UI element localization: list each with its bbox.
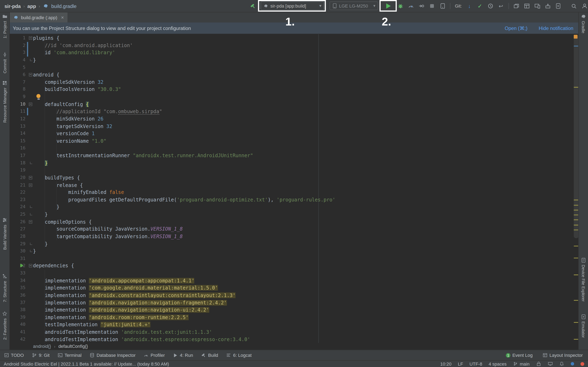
line-number[interactable]: 29 (9, 240, 26, 248)
code-line[interactable]: 8 buildToolsVersion "30.0.3" (9, 86, 573, 93)
toolwindow-button-logcat[interactable]: 6: Logcat (226, 352, 252, 358)
stripe-mark[interactable] (574, 46, 578, 47)
stripe-mark[interactable] (574, 200, 578, 200)
breadcrumb-file[interactable]: build.gradle (51, 3, 76, 9)
code-line[interactable]: 38 implementation 'androidx.navigation:n… (9, 307, 573, 314)
line-number[interactable]: 35 (9, 284, 26, 292)
line-separator[interactable]: LF (458, 361, 463, 367)
line-number[interactable]: 31 (9, 255, 26, 262)
code-line[interactable]: 3 id 'com.android.library' (9, 49, 573, 57)
fold-marker[interactable]: − (29, 176, 32, 179)
history-clock-icon[interactable] (487, 3, 493, 9)
code-line[interactable]: 22 minifyEnabled false (9, 189, 573, 196)
code-line[interactable]: 31 (9, 255, 573, 262)
line-number[interactable]: 6 (9, 71, 26, 78)
code-line[interactable]: 9 (9, 93, 573, 100)
changes-folders-icon[interactable] (513, 3, 519, 9)
stripe-mark[interactable] (574, 275, 578, 275)
fold-marker[interactable]: − (29, 36, 32, 40)
line-number[interactable]: 8 (9, 86, 26, 93)
rollback-icon[interactable]: ↩ (498, 3, 504, 9)
layout-inspector-icon[interactable] (524, 3, 530, 9)
tool-stripe-device-file-explorer[interactable]: Device File Explorer (579, 257, 588, 302)
code-line[interactable]: 37 implementation 'androidx.navigation:n… (9, 299, 573, 307)
code-line[interactable]: 32−dependencies { (9, 262, 573, 269)
line-number[interactable]: 20 (9, 174, 26, 182)
fold-marker[interactable] (30, 162, 32, 164)
line-number[interactable]: 40 (9, 321, 26, 328)
fold-marker[interactable]: − (29, 103, 32, 106)
toolwindow-button-terminal[interactable]: Terminal (57, 352, 81, 358)
tool-stripe-gradle[interactable]: Gradle (579, 13, 588, 33)
breadcrumb-defaultconfig[interactable]: defaultConfig{} (58, 344, 88, 349)
tool-stripe-project[interactable]: 1: Project (0, 13, 9, 38)
file-encoding[interactable]: UTF-8 (469, 361, 482, 367)
line-number[interactable]: 11 (9, 108, 26, 115)
line-number[interactable]: 12 (9, 115, 26, 123)
stripe-mark[interactable] (574, 205, 578, 206)
stripe-mark[interactable] (574, 246, 578, 247)
code-line[interactable]: 23 proguardFiles getDefaultProguardFile(… (9, 196, 573, 203)
status-indicator-blue[interactable] (571, 362, 574, 366)
stripe-mark[interactable] (574, 322, 578, 323)
toolwindow-button-run[interactable]: 4: Run (173, 352, 193, 358)
code-line[interactable]: 20− buildTypes { (9, 174, 573, 182)
line-number[interactable]: 13 (9, 123, 26, 130)
git-branch-widget[interactable]: main (513, 361, 530, 367)
fold-marker[interactable] (30, 206, 32, 208)
profiler-gauge-icon[interactable] (408, 3, 414, 9)
stripe-mark[interactable] (574, 87, 578, 88)
toolwindow-button-database-inspector[interactable]: Database Inspector (89, 352, 136, 358)
stripe-mark[interactable] (574, 210, 578, 211)
line-number[interactable]: 18 (9, 159, 26, 167)
lock-icon[interactable] (536, 361, 541, 367)
code-line[interactable]: 30} (9, 248, 573, 255)
line-number[interactable]: 15 (9, 137, 26, 145)
breadcrumb-project[interactable]: sir-pda (4, 3, 21, 9)
code-line[interactable]: 18 } (9, 159, 573, 167)
code-line[interactable]: 21− release { (9, 182, 573, 189)
device-manager-icon[interactable] (440, 3, 445, 9)
line-number[interactable]: 24 (9, 203, 26, 211)
close-icon[interactable]: × (61, 15, 64, 20)
code-line[interactable]: 11 //applicationId "com.ombuweb.sirpda" (9, 108, 573, 115)
code-line[interactable]: 16 (9, 145, 573, 152)
search-icon[interactable] (571, 3, 577, 9)
stop-icon[interactable] (429, 3, 435, 9)
code-line[interactable]: 35 implementation 'com.google.android.ma… (9, 284, 573, 292)
code-line[interactable]: 36 implementation 'androidx.constraintla… (9, 292, 573, 299)
line-number[interactable]: 5 (9, 64, 26, 71)
line-number[interactable]: 2 (9, 42, 26, 49)
fold-marker[interactable]: − (29, 73, 32, 76)
code-line[interactable]: 5 (9, 64, 573, 71)
layout-inspector-button[interactable]: Layout Inspector (542, 352, 583, 358)
run-button[interactable] (382, 2, 395, 10)
tool-stripe-structure[interactable]: 7: Structure (0, 273, 9, 302)
event-log-button[interactable]: 1 Event Log (506, 352, 532, 358)
code-line[interactable]: 7 compileSdkVersion 32 (9, 78, 573, 86)
tool-stripe-commit[interactable]: Commit (0, 52, 9, 73)
line-number[interactable]: 25 (9, 211, 26, 218)
code-line[interactable]: 15 versionName "1.0" (9, 137, 573, 145)
git-update-icon[interactable]: ↓ (466, 3, 472, 9)
status-message[interactable]: Android Studio Electric Eel | 2022.1.1 B… (4, 361, 169, 367)
code-line[interactable]: 10− defaultConfig { (9, 100, 573, 108)
fold-marker[interactable] (30, 242, 32, 245)
line-number[interactable]: 28 (9, 233, 26, 240)
fold-marker[interactable]: − (29, 220, 32, 224)
line-number[interactable]: 34 (9, 277, 26, 284)
line-number[interactable]: 14 (9, 130, 26, 137)
line-number[interactable]: 38 (9, 307, 26, 314)
line-number[interactable]: 9 (9, 93, 26, 100)
code-line[interactable]: 33 (9, 269, 573, 277)
open-project-structure-link[interactable]: Open (⌘;) (505, 25, 527, 31)
stripe-mark[interactable] (574, 225, 578, 225)
code-line[interactable]: 6−android { (9, 71, 573, 78)
line-number[interactable]: 16 (9, 145, 26, 152)
code-line[interactable]: 39 implementation 'androidx.room:room-ru… (9, 314, 573, 321)
caret-position[interactable]: 10:20 (440, 361, 451, 367)
line-number[interactable]: 39 (9, 314, 26, 321)
line-number[interactable]: 23 (9, 196, 26, 203)
line-number[interactable]: 19 (9, 167, 26, 174)
line-number[interactable]: 17 (9, 152, 26, 159)
